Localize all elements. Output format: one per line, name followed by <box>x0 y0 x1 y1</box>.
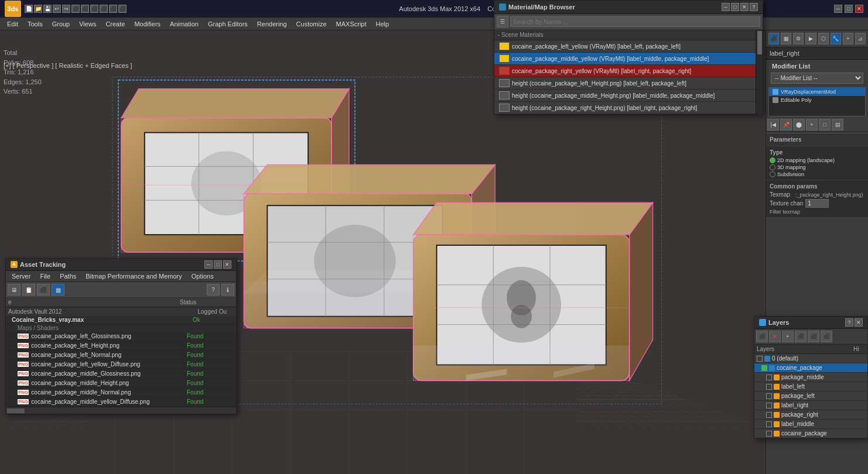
icon-nav-btn[interactable]: ⊿ <box>855 33 866 44</box>
window-close[interactable]: ✕ <box>855 5 863 13</box>
asset-file-row-6[interactable]: PNG cocaine_package_middle_Normal.png Fo… <box>6 388 236 397</box>
layers-tool-5[interactable]: ⬛ <box>808 331 819 342</box>
t1[interactable]: ⬛ <box>71 5 80 13</box>
menu-rendering[interactable]: Rendering <box>252 19 292 29</box>
undo-btn[interactable]: ↩ <box>53 5 61 13</box>
menu-animation[interactable]: Animation <box>165 19 203 29</box>
nav-pin[interactable]: 📌 <box>780 119 792 130</box>
layer-item-8[interactable]: cocaine_package <box>754 429 867 438</box>
icon-motion-btn[interactable]: ▶ <box>805 33 816 44</box>
asset-minimize-btn[interactable]: ─ <box>204 260 213 269</box>
asset-file-row-0[interactable]: PNG cocaine_package_left_Glossiness.png … <box>6 332 236 341</box>
layer-item-2[interactable]: package_middle <box>754 373 867 382</box>
layers-tool-6[interactable]: ⬛ <box>821 331 832 342</box>
layer-item-4[interactable]: package_left <box>754 391 867 401</box>
nav-first[interactable]: |◀ <box>767 119 779 130</box>
open-btn[interactable]: 📁 <box>34 5 42 13</box>
t5[interactable]: ⬛ <box>109 5 117 13</box>
asset-menu-bitmap[interactable]: Bitmap Performance and Memory <box>82 272 185 280</box>
asset-file-row-2[interactable]: PNG cocaine_package_left_Normal.png Foun… <box>6 351 236 360</box>
redo-btn[interactable]: ↪ <box>62 5 70 13</box>
window-maximize[interactable]: □ <box>845 5 853 13</box>
asset-file-row-7[interactable]: PNG cocaine_package_middle_yellow_Diffus… <box>6 397 236 407</box>
save-btn[interactable]: 💾 <box>43 5 52 13</box>
layers-close-btn[interactable]: ✕ <box>855 318 863 327</box>
asset-tool-info[interactable]: ℹ <box>221 284 234 296</box>
menu-tools[interactable]: Tools <box>23 19 47 29</box>
material-minimize-btn[interactable]: ─ <box>722 3 730 11</box>
new-btn[interactable]: 📄 <box>25 5 33 13</box>
material-expand-btn[interactable]: □ <box>731 3 739 11</box>
icon-create-btn[interactable]: + <box>843 33 853 44</box>
texture-chan-input[interactable] <box>805 199 829 208</box>
layers-delete-btn[interactable]: ✕ <box>769 331 781 342</box>
radio-2d[interactable]: 2D mapping (landscape) <box>770 157 864 164</box>
menu-modifiers[interactable]: Modifiers <box>129 19 165 29</box>
asset-tool-4[interactable]: ▦ <box>52 284 64 296</box>
t3[interactable]: ⬛ <box>90 5 98 13</box>
layers-help-btn[interactable]: ? <box>845 318 853 327</box>
layer-item-3[interactable]: label_left <box>754 382 867 391</box>
modifier-dropdown[interactable]: -- Modifier List -- <box>771 73 863 84</box>
mat-item-5[interactable]: height (cocaine_package_right_Height.png… <box>494 102 756 114</box>
layer-item-6[interactable]: package_right <box>754 410 867 420</box>
asset-file-row-5[interactable]: PNG cocaine_package_middle_Height.png Fo… <box>6 379 236 388</box>
asset-tool-help[interactable]: ? <box>207 284 220 296</box>
layer-item-1[interactable]: cocaine_package <box>754 363 867 373</box>
icon-utility-btn[interactable]: ⚙ <box>793 33 804 44</box>
asset-menu-file[interactable]: File <box>36 272 54 280</box>
menu-customize[interactable]: Customize <box>292 19 332 29</box>
asset-maximize-btn[interactable]: □ <box>214 260 222 269</box>
menu-views[interactable]: Views <box>74 19 101 29</box>
layers-tool-4[interactable]: ⬛ <box>795 331 807 342</box>
nav-unk1[interactable]: ⬤ <box>793 119 805 130</box>
material-search[interactable] <box>510 16 760 27</box>
asset-close-btn[interactable]: ✕ <box>223 260 231 269</box>
material-help-btn[interactable]: ? <box>750 3 758 11</box>
mat-item-3[interactable]: height (cocaine_package_left_Height.png)… <box>494 77 756 90</box>
asset-hscrollbar[interactable] <box>6 407 236 414</box>
layer-item-5[interactable]: label_right <box>754 401 867 410</box>
icon-modify-btn[interactable]: 🔧 <box>831 33 841 44</box>
menu-graph-editors[interactable]: Graph Editors <box>203 19 252 29</box>
radio-3d[interactable]: 3D mapping <box>770 164 864 171</box>
modifier-item-poly[interactable]: Editable Poly <box>769 96 865 104</box>
menu-maxscript[interactable]: MAXScript <box>332 19 371 29</box>
modifier-item-vray[interactable]: VRayDisplacementMod <box>769 88 865 96</box>
window-minimize[interactable]: ─ <box>834 5 842 13</box>
t2[interactable]: ⬛ <box>81 5 89 13</box>
asset-tool-2[interactable]: 📋 <box>22 284 35 296</box>
t4[interactable]: ⬛ <box>100 5 108 13</box>
layer-item-7[interactable]: label_middle <box>754 420 867 429</box>
mat-item-0[interactable]: cocaine_package_left_yellow (VRayMtl) [l… <box>494 40 756 53</box>
menu-help[interactable]: Help <box>371 19 394 29</box>
mat-menu-btn[interactable]: ☰ <box>497 16 508 28</box>
icon-display-btn[interactable]: ▦ <box>781 33 791 44</box>
asset-menu-options[interactable]: Options <box>188 272 217 280</box>
menu-create[interactable]: Create <box>101 19 129 29</box>
asset-file-row-3[interactable]: PNG cocaine_package_left_yellow_Diffuse.… <box>6 360 236 369</box>
asset-menu-paths[interactable]: Paths <box>56 272 80 280</box>
nav-unk2[interactable]: + <box>806 119 818 130</box>
asset-file-row-4[interactable]: PNG cocaine_package_middle_Glossiness.pn… <box>6 369 236 379</box>
radio-subdiv[interactable]: Subdivision <box>770 171 864 178</box>
nav-unk4[interactable]: ▤ <box>832 119 843 130</box>
icon-material-btn[interactable]: ⬛ <box>768 33 779 44</box>
icon-hierarchy-btn[interactable]: ⬡ <box>818 33 829 44</box>
mat-item-1[interactable]: cocaine_package_middle_yellow (VRayMtl) … <box>494 53 756 65</box>
mat-item-4[interactable]: height (cocaine_package_middle_Height.pn… <box>494 90 756 102</box>
asset-menu-server[interactable]: Server <box>8 272 34 280</box>
layer-item-0[interactable]: 0 (default) <box>754 354 867 363</box>
material-close-btn[interactable]: ✕ <box>740 3 749 11</box>
menu-group[interactable]: Group <box>47 19 75 29</box>
material-scrollbar[interactable] <box>756 30 763 114</box>
layers-add-btn[interactable]: + <box>782 331 794 342</box>
asset-tool-1[interactable]: 🖥 <box>8 284 20 296</box>
asset-tool-3[interactable]: ⬛ <box>37 284 50 296</box>
menu-edit[interactable]: Edit <box>2 19 23 29</box>
t6[interactable]: ⬛ <box>118 5 127 13</box>
mat-item-2[interactable]: cocaine_package_right_yellow (VRayMtl) [… <box>494 65 756 77</box>
layers-tool-1[interactable]: ⬛ <box>756 331 768 342</box>
asset-file-row-1[interactable]: PNG cocaine_package_left_Height.png Foun… <box>6 341 236 351</box>
nav-unk3[interactable]: □ <box>819 119 831 130</box>
